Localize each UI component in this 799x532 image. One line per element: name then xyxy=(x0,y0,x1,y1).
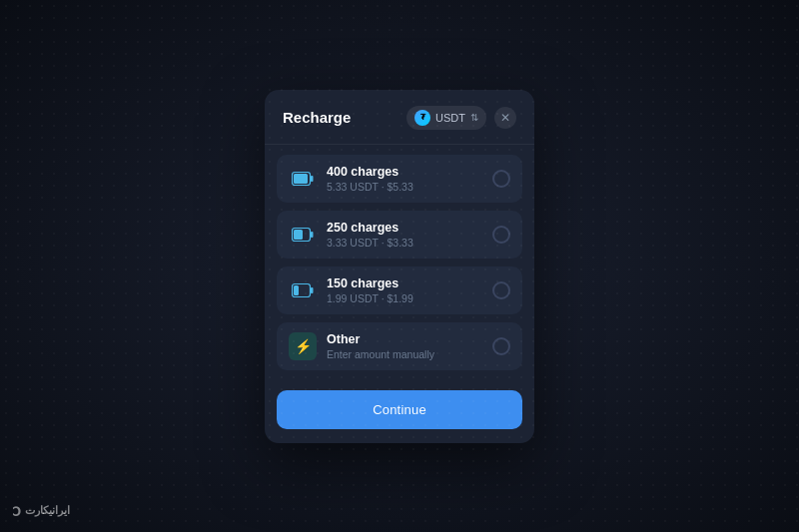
battery-icon-150 xyxy=(289,276,317,304)
svg-rect-4 xyxy=(294,230,303,240)
close-icon: ✕ xyxy=(500,111,510,125)
option-150charges-text: 150 charges 1.99 USDT · $1.99 xyxy=(327,276,482,304)
continue-button[interactable]: Continue xyxy=(277,390,522,429)
option-250charges-text: 250 charges 3.33 USDT · $3.33 xyxy=(327,221,482,249)
option-250charges-sublabel: 3.33 USDT · $3.33 xyxy=(327,237,482,249)
radio-250charges[interactable] xyxy=(492,226,510,244)
option-other-sublabel: Enter amount manually xyxy=(327,348,482,360)
option-400charges-label: 400 charges xyxy=(327,165,482,179)
battery-icon-400 xyxy=(289,165,317,193)
currency-selector[interactable]: ₮ USDT ⇅ xyxy=(406,106,486,130)
watermark-text: ایرانیکارت xyxy=(25,504,70,517)
option-other-text: Other Enter amount manually xyxy=(327,332,482,360)
option-400charges[interactable]: 400 charges 5.33 USDT · $5.33 xyxy=(277,155,522,203)
svg-rect-2 xyxy=(311,176,314,182)
battery-icon-250 xyxy=(289,221,317,249)
header-right: ₮ USDT ⇅ ✕ xyxy=(406,106,516,130)
currency-label: USDT xyxy=(435,112,465,124)
svg-rect-5 xyxy=(311,232,314,238)
option-other-label: Other xyxy=(327,332,482,346)
option-250charges[interactable]: 250 charges 3.33 USDT · $3.33 xyxy=(277,211,522,259)
option-other[interactable]: ⚡ Other Enter amount manually xyxy=(277,322,522,370)
svg-rect-1 xyxy=(294,174,308,184)
currency-arrow-icon: ⇅ xyxy=(470,112,478,123)
usdt-icon: ₮ xyxy=(414,110,430,126)
svg-rect-8 xyxy=(311,287,314,293)
option-400charges-sublabel: 5.33 USDT · $5.33 xyxy=(327,181,482,193)
svg-rect-7 xyxy=(294,285,299,295)
recharge-modal: Recharge ₮ USDT ⇅ ✕ 400 charges xyxy=(265,90,534,443)
radio-400charges[interactable] xyxy=(492,170,510,188)
watermark-icon: ↄ xyxy=(12,501,21,520)
watermark: ↄ ایرانیکارت xyxy=(12,501,70,520)
modal-header: Recharge ₮ USDT ⇅ ✕ xyxy=(265,90,534,145)
bolt-icon: ⚡ xyxy=(295,338,312,354)
modal-body: 400 charges 5.33 USDT · $5.33 250 charge… xyxy=(265,145,534,443)
radio-other[interactable] xyxy=(492,337,510,355)
modal-title: Recharge xyxy=(283,109,351,126)
option-400charges-text: 400 charges 5.33 USDT · $5.33 xyxy=(327,165,482,193)
close-button[interactable]: ✕ xyxy=(494,107,516,129)
option-250charges-label: 250 charges xyxy=(327,221,482,235)
radio-150charges[interactable] xyxy=(492,281,510,299)
option-150charges[interactable]: 150 charges 1.99 USDT · $1.99 xyxy=(277,266,522,314)
option-150charges-sublabel: 1.99 USDT · $1.99 xyxy=(327,292,482,304)
option-150charges-label: 150 charges xyxy=(327,276,482,290)
other-icon-wrap: ⚡ xyxy=(289,332,317,360)
